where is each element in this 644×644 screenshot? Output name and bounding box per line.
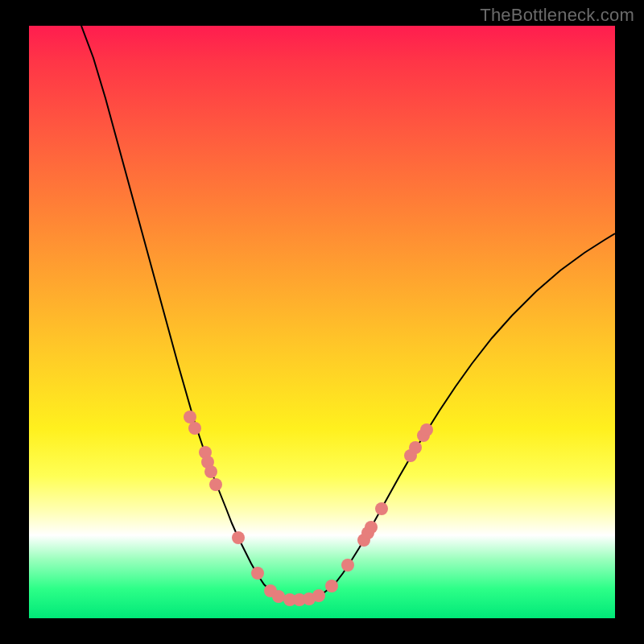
marker-dot bbox=[420, 423, 433, 436]
chart-svg bbox=[29, 26, 615, 618]
marker-dots-group bbox=[184, 411, 433, 606]
watermark-text: TheBottleneck.com bbox=[480, 5, 634, 26]
marker-dot bbox=[365, 521, 378, 534]
chart-frame: TheBottleneck.com bbox=[0, 0, 644, 644]
marker-dot bbox=[375, 502, 388, 515]
marker-dot bbox=[251, 567, 264, 580]
marker-dot bbox=[188, 422, 201, 435]
marker-dot bbox=[325, 580, 338, 592]
marker-dot bbox=[209, 478, 222, 491]
marker-dot bbox=[341, 559, 354, 572]
marker-dot bbox=[272, 590, 285, 603]
marker-dot bbox=[409, 441, 422, 454]
bottleneck-curve bbox=[81, 26, 615, 600]
marker-dot bbox=[184, 411, 196, 423]
marker-dot bbox=[312, 589, 325, 602]
marker-dot bbox=[232, 531, 245, 544]
marker-dot bbox=[204, 465, 217, 478]
plot-area bbox=[29, 26, 615, 618]
